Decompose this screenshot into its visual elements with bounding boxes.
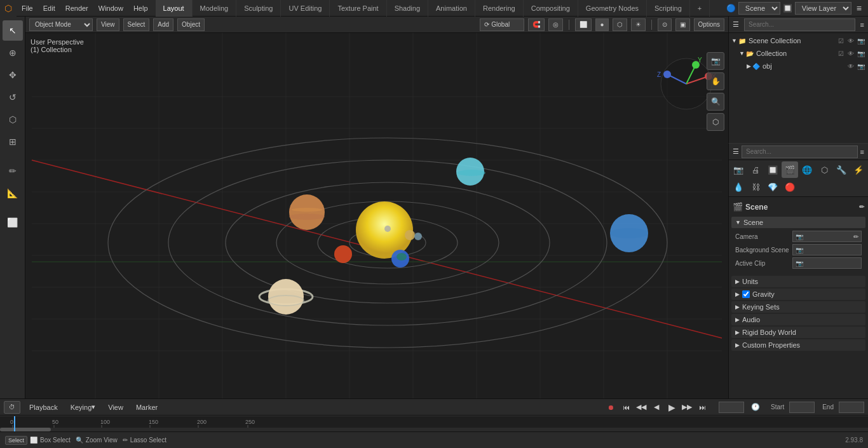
rigid-body-section[interactable]: ▶ Rigid Body World: [731, 327, 865, 338]
render-icon-3[interactable]: 📷: [857, 62, 865, 71]
object-menu[interactable]: Object: [177, 18, 205, 31]
tab-compositing[interactable]: Compositing: [524, 0, 578, 17]
gravity-section[interactable]: ▶ Gravity: [731, 288, 865, 300]
check-icon[interactable]: ☑: [836, 36, 845, 45]
transform-selector[interactable]: ⟳ Global: [480, 18, 524, 31]
play-back-btn[interactable]: ◀: [650, 401, 663, 414]
tab-animation[interactable]: Animation: [428, 0, 475, 17]
tab-shading[interactable]: Shading: [387, 0, 428, 17]
keying-btn[interactable]: Keying ▾: [67, 401, 100, 414]
camera-view-btn[interactable]: 📷: [707, 52, 724, 70]
props-object-icon[interactable]: ⬡: [816, 161, 832, 178]
outliner-collection[interactable]: ▼ 📂 Collection ☑ 👁 📷: [729, 47, 868, 60]
audio-section[interactable]: ▶ Audio: [731, 314, 865, 325]
eye-icon-2[interactable]: 👁: [846, 49, 855, 58]
tab-add[interactable]: +: [690, 0, 710, 17]
check-icon-2[interactable]: ☑: [836, 49, 845, 58]
tab-layout[interactable]: Layout: [156, 0, 193, 17]
toolbar-annotate[interactable]: ✏: [3, 161, 23, 181]
props-particles-icon[interactable]: ⚡: [850, 161, 867, 178]
props-constraints-icon[interactable]: ⛓: [747, 179, 764, 195]
active-clip-value[interactable]: 📷: [792, 257, 862, 269]
options-btn[interactable]: Options: [694, 18, 724, 31]
toolbar-scale[interactable]: ⬡: [3, 109, 23, 130]
scene-section-header[interactable]: ▼ Scene: [731, 217, 865, 228]
props-data-icon[interactable]: 💎: [764, 179, 781, 195]
zoom-gizmo-btn[interactable]: 🔍: [707, 93, 724, 111]
props-world-icon[interactable]: 🌐: [799, 161, 815, 178]
add-menu[interactable]: Add: [153, 18, 173, 31]
toolbar-select[interactable]: ↖: [3, 20, 23, 41]
frame-start-input[interactable]: 1: [789, 402, 815, 413]
menu-render[interactable]: Render: [60, 0, 93, 17]
custom-props-section[interactable]: ▶ Custom Properties: [731, 339, 865, 351]
toolbar-add[interactable]: ⬜: [3, 212, 23, 233]
hand-tool-btn[interactable]: ✋: [707, 72, 724, 90]
menu-window[interactable]: Window: [93, 0, 128, 17]
tab-rendering[interactable]: Rendering: [475, 0, 524, 17]
tab-modeling[interactable]: Modeling: [193, 0, 237, 17]
scrollbar-thumb[interactable]: [0, 428, 51, 431]
toolbar-measure[interactable]: 📐: [3, 183, 23, 203]
select-menu[interactable]: Select: [123, 18, 150, 31]
background-scene-value[interactable]: 📷: [792, 244, 862, 255]
menu-edit[interactable]: Edit: [38, 0, 60, 17]
mode-selector[interactable]: Object Mode: [29, 18, 93, 31]
render-icon[interactable]: 📷: [857, 36, 865, 45]
current-frame-input[interactable]: 1: [719, 402, 744, 413]
jump-end-btn[interactable]: ⏭: [696, 401, 709, 414]
jump-start-btn[interactable]: ⏮: [620, 401, 632, 414]
outliner-filter-icon[interactable]: ≡: [860, 21, 864, 29]
xray-btn[interactable]: ▣: [675, 18, 690, 31]
record-btn[interactable]: ⏺: [604, 401, 617, 414]
playback-btn[interactable]: Playback: [25, 401, 62, 414]
timeline-icon[interactable]: ⏱: [4, 401, 20, 414]
props-modifier-icon[interactable]: 🔧: [833, 161, 850, 178]
tab-scripting[interactable]: Scripting: [647, 0, 690, 17]
rendered-btn[interactable]: ☀: [631, 18, 646, 31]
frame-end-input[interactable]: 250: [839, 402, 864, 413]
toolbar-rotate[interactable]: ↺: [3, 87, 23, 107]
outliner-obj[interactable]: ▶ 🔷 obj 👁 📷: [729, 60, 868, 72]
props-filter-icon[interactable]: ≡: [860, 148, 864, 156]
props-edit-icon[interactable]: ✏: [859, 203, 864, 210]
render-icon-2[interactable]: 📷: [857, 49, 865, 58]
wireframe-btn[interactable]: ⬜: [575, 18, 592, 31]
props-physics-icon[interactable]: 💧: [730, 179, 747, 195]
marker-btn[interactable]: Marker: [132, 401, 161, 414]
scene-selector[interactable]: Scene: [738, 2, 780, 15]
gravity-checkbox[interactable]: [742, 290, 750, 298]
snap-btn[interactable]: 🧲: [528, 18, 545, 31]
view-menu[interactable]: View: [97, 18, 119, 31]
toolbar-transform[interactable]: ⊞: [3, 132, 23, 152]
props-search-input[interactable]: [742, 146, 858, 158]
props-render-icon[interactable]: 📷: [730, 161, 747, 178]
material-btn[interactable]: ⬡: [613, 18, 627, 31]
play-btn[interactable]: ▶: [665, 401, 678, 414]
units-section[interactable]: ▶ Units: [731, 276, 865, 287]
keying-sets-section[interactable]: ▶ Keying Sets: [731, 301, 865, 313]
menu-file[interactable]: File: [17, 0, 38, 17]
tab-sculpting[interactable]: Sculpting: [236, 0, 281, 17]
props-view-layer-icon[interactable]: 🔲: [764, 161, 781, 178]
view-layer-selector[interactable]: View Layer: [795, 2, 851, 15]
camera-toggle-btn[interactable]: ⬡: [707, 113, 724, 131]
proportional-btn[interactable]: ◎: [548, 18, 563, 31]
toolbar-move[interactable]: ✥: [3, 65, 23, 85]
timeline-scrollbar[interactable]: [0, 428, 868, 431]
overlay-btn[interactable]: ⊙: [658, 18, 672, 31]
props-material-icon[interactable]: 🔴: [782, 179, 798, 195]
step-fwd-btn[interactable]: ▶▶: [681, 401, 693, 414]
camera-value[interactable]: 📷 ✏: [792, 231, 862, 242]
props-output-icon[interactable]: 🖨: [747, 161, 764, 178]
timeline-track[interactable]: 0 50 100 150 200 250: [0, 416, 868, 431]
tab-texture-paint[interactable]: Texture Paint: [330, 0, 386, 17]
menu-help[interactable]: Help: [128, 0, 153, 17]
outliner-search[interactable]: [744, 18, 855, 31]
tab-geometry-nodes[interactable]: Geometry Nodes: [578, 0, 647, 17]
view-btn[interactable]: View: [104, 401, 127, 414]
toolbar-cursor[interactable]: ⊕: [3, 43, 23, 63]
tab-uv-editing[interactable]: UV Editing: [281, 0, 330, 17]
eye-icon[interactable]: 👁: [846, 36, 855, 45]
outliner-scene-collection[interactable]: ▼ 📁 Scene Collection ☑ 👁 📷: [729, 34, 868, 47]
